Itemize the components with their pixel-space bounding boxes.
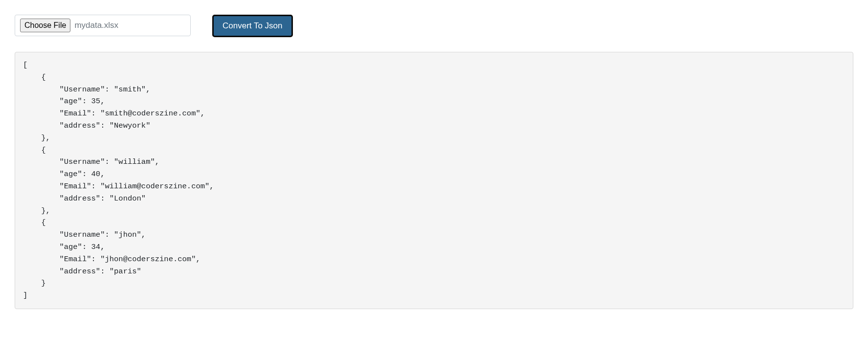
json-output: [ { "Username": "smith", "age": 35, "Ema…: [15, 52, 853, 309]
controls-row: Choose File mydata.xlsx Convert To Json: [15, 15, 853, 37]
selected-filename: mydata.xlsx: [74, 21, 118, 30]
choose-file-button[interactable]: Choose File: [20, 19, 70, 32]
file-input[interactable]: Choose File mydata.xlsx: [15, 15, 191, 36]
convert-to-json-button[interactable]: Convert To Json: [212, 15, 293, 37]
